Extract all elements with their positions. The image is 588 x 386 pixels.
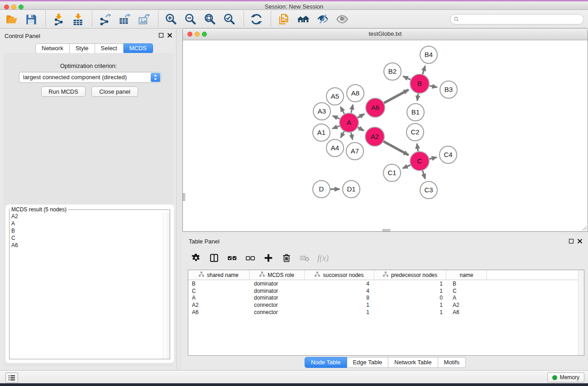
import-table-icon[interactable] — [71, 12, 84, 26]
select-all-icon[interactable] — [227, 253, 238, 263]
cell-predecessor-nodes[interactable]: 1 — [374, 288, 446, 294]
refresh-icon[interactable] — [249, 12, 263, 26]
cell-mcds-role[interactable]: connector — [249, 302, 305, 308]
edge-A-A5[interactable] — [340, 107, 344, 114]
table-scrollbar[interactable] — [578, 270, 584, 355]
canvas-vertical-scroll-thumb[interactable] — [183, 193, 185, 201]
export-network-icon[interactable] — [98, 12, 111, 26]
cell-name[interactable]: A — [446, 295, 487, 301]
cell-successor-nodes[interactable]: 4 — [305, 288, 374, 294]
select-stepper-icon[interactable] — [151, 73, 160, 82]
delete-icon[interactable] — [281, 253, 292, 263]
zoom-fit-icon[interactable] — [203, 12, 216, 26]
open-icon[interactable] — [5, 12, 18, 26]
cell-predecessor-nodes[interactable]: 1 — [374, 309, 446, 315]
result-item[interactable]: A6 — [10, 242, 163, 249]
columns-icon[interactable] — [209, 253, 220, 263]
show-selected-icon[interactable] — [335, 12, 349, 26]
cell-successor-nodes[interactable]: 1 — [305, 302, 374, 308]
cell-successor-nodes[interactable]: 4 — [305, 281, 374, 287]
table-row[interactable]: Adominator80A — [188, 294, 584, 301]
result-scrollbar[interactable] — [163, 213, 170, 359]
column-header-shared-name[interactable]: shared name — [188, 270, 249, 280]
float-panel-icon[interactable] — [158, 33, 164, 38]
table-row[interactable]: A2connector11A2 — [188, 301, 584, 309]
tab-network-table[interactable]: Network Table — [388, 357, 438, 368]
tab-select[interactable]: Select — [95, 43, 124, 53]
run-mcds-button[interactable]: Run MCDS — [41, 86, 86, 97]
memory-button[interactable]: Memory — [547, 372, 584, 382]
tab-node-table[interactable]: Node Table — [305, 357, 347, 368]
cell-shared-name[interactable]: A6 — [188, 309, 249, 315]
edge-A-A6[interactable] — [358, 114, 364, 118]
search-input[interactable] — [459, 16, 583, 23]
optimization-select[interactable]: largest connected component (directed) — [19, 72, 161, 83]
edge-A6-B[interactable] — [384, 90, 408, 103]
cell-shared-name[interactable]: B — [188, 281, 249, 287]
export-table-icon[interactable] — [117, 12, 131, 26]
edge-B-B2[interactable] — [403, 76, 411, 80]
edge-B-B4[interactable] — [423, 66, 425, 74]
hide-selected-icon[interactable] — [316, 12, 329, 26]
gear-icon[interactable] — [191, 253, 201, 263]
edge-B-B1[interactable] — [417, 94, 418, 100]
cell-shared-name[interactable]: A2 — [188, 302, 249, 308]
edge-A-A7[interactable] — [351, 133, 352, 140]
task-history-button[interactable] — [5, 372, 18, 383]
column-header-mcds-role[interactable]: MCDS role — [249, 270, 305, 280]
result-item[interactable]: A — [10, 220, 163, 227]
close-table-panel-icon[interactable] — [577, 238, 583, 244]
edge-A-A8[interactable] — [351, 105, 353, 113]
close-panel-button[interactable]: Close panel — [91, 86, 138, 97]
tab-motifs[interactable]: Motifs — [438, 357, 466, 368]
cell-successor-nodes[interactable]: 1 — [305, 309, 374, 315]
zoom-in-icon[interactable] — [164, 12, 177, 26]
result-item[interactable]: C — [10, 234, 163, 242]
deselect-all-icon[interactable] — [245, 253, 256, 263]
cell-successor-nodes[interactable]: 8 — [305, 295, 374, 301]
cell-predecessor-nodes[interactable]: 1 — [374, 302, 446, 308]
cell-shared-name[interactable]: C — [188, 288, 249, 294]
edge-A-A2[interactable] — [358, 128, 363, 131]
cell-name[interactable]: A2 — [446, 302, 487, 308]
network-canvas[interactable]: B4B2BB3A5A8A6B1A3AC2A1A2A4A7C4CC1C3DD1 — [183, 40, 588, 231]
search-box[interactable] — [450, 14, 584, 24]
mcds-result-list[interactable]: A2ABCA6 — [10, 213, 163, 359]
zoom-selected-icon[interactable] — [222, 12, 236, 26]
edge-C-C4[interactable] — [429, 157, 436, 159]
cell-name[interactable]: C — [446, 288, 487, 294]
add-icon[interactable] — [263, 253, 274, 263]
import-network-icon[interactable] — [51, 12, 65, 26]
cell-mcds-role[interactable]: connector — [249, 309, 305, 315]
column-header-predecessor-nodes[interactable]: predecessor nodes — [374, 270, 446, 280]
table-row[interactable]: A6connector11A6 — [188, 309, 584, 316]
network-graph[interactable]: B4B2BB3A5A8A6B1A3AC2A1A2A4A7C4CC1C3DD1 — [183, 40, 588, 231]
tab-network[interactable]: Network — [35, 43, 70, 53]
result-item[interactable]: A2 — [10, 213, 163, 220]
cell-shared-name[interactable]: A — [188, 295, 249, 301]
edge-A-A4[interactable] — [341, 131, 344, 138]
network-window-titlebar[interactable]: testGlobe.txt — [183, 29, 588, 40]
column-header-successor-nodes[interactable]: successor nodes — [305, 270, 374, 280]
zoom-out-icon[interactable] — [183, 12, 197, 26]
clone-network-icon[interactable] — [277, 12, 290, 26]
tab-mcds[interactable]: MCDS — [124, 43, 153, 53]
cell-predecessor-nodes[interactable]: 0 — [374, 295, 446, 301]
cell-mcds-role[interactable]: dominator — [249, 288, 305, 294]
column-header-name[interactable]: name — [446, 270, 487, 280]
edge-C-C3[interactable] — [423, 171, 425, 179]
tab-edge-table[interactable]: Edge Table — [347, 357, 388, 368]
cell-name[interactable]: A6 — [446, 309, 487, 315]
canvas-horizontal-scroll-thumb[interactable] — [382, 229, 390, 231]
table-row[interactable]: Bdominator41B — [188, 280, 584, 287]
home-icon[interactable] — [296, 12, 310, 26]
edge-A-A3[interactable] — [333, 116, 340, 119]
cell-predecessor-nodes[interactable]: 1 — [374, 281, 446, 287]
table-row[interactable]: Cdominator41C — [188, 287, 584, 295]
edge-C-C2[interactable] — [417, 144, 418, 152]
cell-name[interactable]: B — [446, 281, 487, 287]
result-item[interactable]: B — [10, 227, 163, 234]
edge-A2-C[interactable] — [383, 142, 408, 155]
cell-mcds-role[interactable]: dominator — [249, 281, 305, 287]
cell-mcds-role[interactable]: dominator — [249, 295, 305, 301]
